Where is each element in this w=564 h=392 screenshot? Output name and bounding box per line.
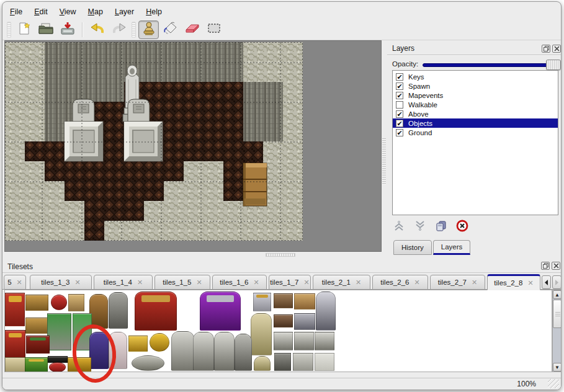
delete-layer-button[interactable]: [454, 219, 470, 235]
tile-gold-pile[interactable]: [150, 333, 169, 352]
tile-wood-door[interactable]: [89, 294, 108, 329]
tile-dark-bench[interactable]: [274, 314, 293, 327]
close-panel-icon[interactable]: [552, 45, 561, 53]
tab-close-icon[interactable]: ✕: [253, 278, 259, 287]
tile-small-obelisk[interactable]: [254, 356, 271, 371]
tile-pillar-cap-2[interactable]: [294, 332, 314, 350]
dock-tab-layers[interactable]: Layers: [433, 240, 471, 255]
tileset-tab-tiles_1_7[interactable]: tiles_1_7✕: [269, 275, 311, 290]
tile-armor-knight[interactable]: [316, 292, 336, 331]
tile-pillar-shaft[interactable]: [274, 353, 291, 371]
tile-parchment[interactable]: [5, 357, 25, 372]
tileset-tab-tiles_2_7[interactable]: tiles_2_7✕: [430, 275, 485, 290]
eraser-tool-button[interactable]: [182, 20, 202, 39]
layer-row-above[interactable]: ✔Above: [393, 109, 558, 118]
layer-row-walkable[interactable]: Walkable: [393, 100, 558, 109]
menu-view[interactable]: View: [60, 7, 76, 16]
resize-grip[interactable]: [548, 379, 559, 388]
tile-wood-desk[interactable]: [294, 293, 315, 310]
tileset-scrollbar[interactable]: ▲ ▼: [552, 290, 562, 372]
scroll-down-icon[interactable]: ▼: [553, 363, 562, 372]
map-canvas[interactable]: [4, 40, 382, 252]
tile-bookshelf[interactable]: [26, 336, 50, 354]
tile-angel-statue[interactable]: [193, 332, 214, 371]
tile-pillar-cap[interactable]: [274, 332, 293, 350]
float-panel-icon[interactable]: [542, 45, 550, 53]
tile-gray-gate[interactable]: [109, 292, 128, 329]
tile-red-stool[interactable]: [51, 295, 67, 310]
fill-tool-button[interactable]: [160, 20, 181, 39]
tab-close-icon[interactable]: ✕: [196, 278, 202, 287]
stamp-tool-button[interactable]: [138, 20, 159, 39]
tileset-tab-tiles_1_6[interactable]: tiles_1_6✕: [212, 275, 267, 290]
duplicate-layer-button[interactable]: [433, 219, 449, 235]
tile-fallen-armor[interactable]: [294, 313, 315, 330]
layer-checkbox[interactable]: ✔: [396, 120, 403, 127]
tile-angel-statue-2[interactable]: [214, 332, 235, 371]
undo-button[interactable]: [87, 20, 107, 39]
tab-close-icon[interactable]: ✕: [74, 278, 80, 287]
toolbar-handle[interactable]: [132, 22, 136, 38]
save-file-button[interactable]: [57, 20, 78, 39]
move-layer-down-button[interactable]: [412, 219, 428, 235]
tileset-tab-tiles_1_3[interactable]: tiles_1_3✕: [30, 275, 92, 290]
tileset-tab-tiles_2_6[interactable]: tiles_2_6✕: [372, 275, 428, 290]
tab-close-icon[interactable]: ✕: [17, 278, 22, 287]
float-panel-icon[interactable]: [541, 262, 550, 270]
tile-gold-key[interactable]: [128, 336, 148, 352]
open-file-button[interactable]: [35, 20, 56, 39]
tile-hooded-statue[interactable]: [171, 331, 194, 371]
tab-close-icon[interactable]: ✕: [137, 278, 143, 287]
layer-row-objects[interactable]: ✔Objects: [393, 118, 558, 128]
new-file-button[interactable]: [14, 20, 34, 39]
tileset-tab-5[interactable]: 5✕: [4, 275, 26, 290]
tab-close-icon[interactable]: ✕: [303, 278, 309, 287]
tileset-tab-tiles_1_5[interactable]: tiles_1_5✕: [154, 275, 210, 290]
tileset-tab-tiles_1_4[interactable]: tiles_1_4✕: [94, 275, 153, 290]
tile-stone-block[interactable]: [293, 353, 313, 371]
layer-row-spawn[interactable]: ✔Spawn: [393, 81, 558, 91]
tab-close-icon[interactable]: ✕: [527, 279, 533, 287]
dock-tab-history[interactable]: History: [393, 240, 432, 255]
move-layer-up-button[interactable]: [391, 219, 407, 235]
tileset-tab-tiles_2_1[interactable]: tiles_2_1✕: [313, 275, 370, 290]
horizontal-splitter[interactable]: [2, 252, 387, 259]
tile-green-flag[interactable]: [25, 357, 48, 372]
tile-palm-plant[interactable]: [47, 313, 71, 350]
layer-checkbox[interactable]: ✔: [396, 73, 403, 81]
menu-file[interactable]: File: [10, 7, 22, 16]
menu-layer[interactable]: Layer: [115, 7, 134, 16]
tile-obelisk[interactable]: [251, 313, 272, 355]
scroll-up-icon[interactable]: ▲: [553, 290, 562, 299]
menu-map[interactable]: Map: [88, 7, 103, 16]
layer-checkbox[interactable]: [396, 101, 403, 109]
scrollbar-thumb[interactable]: [553, 300, 562, 328]
tile-mirror[interactable]: [68, 294, 84, 311]
tab-scroll-left-icon[interactable]: [542, 275, 551, 289]
select-tool-button[interactable]: [204, 20, 224, 39]
redo-button[interactable]: [109, 20, 129, 39]
close-panel-icon[interactable]: [552, 262, 560, 270]
tile-stone-mound[interactable]: [132, 355, 164, 371]
tile-red-stool-2[interactable]: [49, 362, 66, 372]
layer-checkbox[interactable]: ✔: [396, 92, 403, 99]
layer-row-keys[interactable]: ✔Keys: [393, 72, 558, 81]
tile-king-portrait[interactable]: [253, 293, 271, 311]
vertical-splitter[interactable]: [382, 40, 387, 252]
tile-purple-throne[interactable]: [200, 292, 241, 331]
tileset-tab-tiles_2_8[interactable]: tiles_2_8✕: [487, 274, 540, 290]
tile-wood-rack-bottom[interactable]: [25, 318, 48, 334]
menu-help[interactable]: Help: [146, 7, 162, 16]
layer-checkbox[interactable]: ✔: [396, 82, 403, 90]
tile-pillar-cap-3[interactable]: [315, 332, 334, 350]
tab-close-icon[interactable]: ✕: [472, 278, 477, 287]
opacity-slider[interactable]: [423, 63, 560, 67]
toolbar-handle[interactable]: [7, 22, 11, 38]
tile-wood-rack-top[interactable]: [25, 295, 48, 311]
menu-edit[interactable]: Edit: [34, 7, 48, 16]
tile-red-throne[interactable]: [135, 292, 177, 331]
tile-plank-shelf[interactable]: [274, 293, 293, 308]
tab-close-icon[interactable]: ✕: [414, 278, 419, 287]
layer-checkbox[interactable]: ✔: [396, 110, 403, 118]
tile-gargoyle-barrel[interactable]: [235, 334, 252, 371]
